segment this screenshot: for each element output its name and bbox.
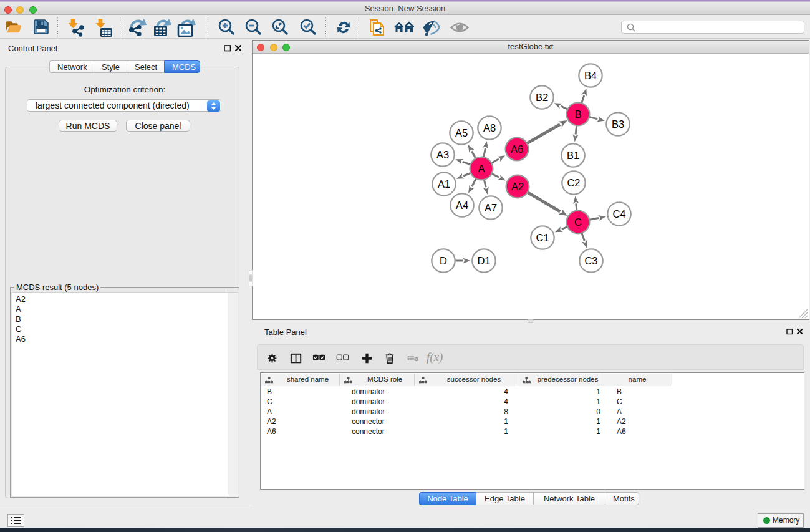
svg-text:A3: A3 (436, 149, 449, 160)
svg-text:C2: C2 (567, 177, 580, 188)
svg-text:D1: D1 (477, 255, 490, 266)
svg-text:B4: B4 (584, 70, 597, 81)
svg-text:A2: A2 (511, 181, 524, 192)
svg-text:D: D (440, 255, 447, 266)
svg-text:A7: A7 (485, 202, 497, 213)
svg-text:C1: C1 (536, 232, 549, 243)
svg-text:A8: A8 (483, 122, 496, 133)
svg-text:B: B (574, 109, 581, 120)
svg-text:A1: A1 (438, 178, 450, 190)
svg-text:A4: A4 (456, 200, 468, 211)
svg-text:C: C (574, 216, 582, 228)
svg-text:C4: C4 (612, 208, 625, 220)
svg-text:A: A (478, 163, 485, 174)
svg-text:A6: A6 (511, 143, 523, 155)
svg-text:A5: A5 (455, 127, 468, 138)
svg-text:B3: B3 (612, 118, 624, 130)
svg-text:B1: B1 (567, 150, 579, 161)
svg-text:B2: B2 (536, 92, 548, 103)
svg-text:C3: C3 (584, 255, 597, 266)
